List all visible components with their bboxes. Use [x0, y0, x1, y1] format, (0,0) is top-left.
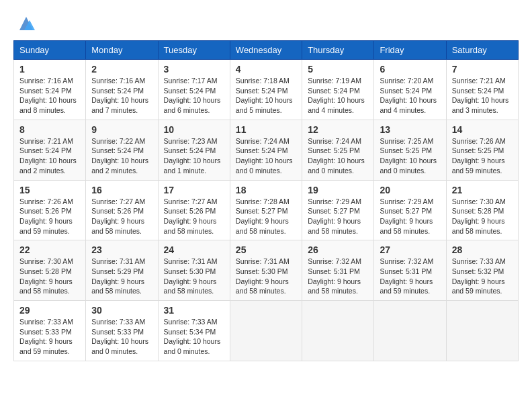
calendar-day-cell: 7 Sunrise: 7:21 AM Sunset: 5:24 PM Dayli…: [446, 60, 518, 120]
calendar-day-cell: [230, 301, 302, 361]
calendar-day-cell: 4 Sunrise: 7:18 AM Sunset: 5:24 PM Dayli…: [230, 60, 302, 120]
calendar-day-cell: 16 Sunrise: 7:27 AM Sunset: 5:26 PM Dayl…: [86, 180, 158, 240]
day-number: 10: [164, 124, 224, 135]
day-info: Sunrise: 7:20 AM Sunset: 5:24 PM Dayligh…: [380, 76, 440, 116]
calendar-day-header: Tuesday: [158, 41, 230, 60]
day-info: Sunrise: 7:33 AM Sunset: 5:34 PM Dayligh…: [164, 317, 224, 357]
day-number: 6: [380, 64, 440, 75]
calendar-day-cell: 8 Sunrise: 7:21 AM Sunset: 5:24 PM Dayli…: [14, 120, 86, 180]
calendar-day-header: Wednesday: [230, 41, 302, 60]
calendar-day-cell: 22 Sunrise: 7:30 AM Sunset: 5:28 PM Dayl…: [14, 240, 86, 301]
day-info: Sunrise: 7:29 AM Sunset: 5:27 PM Dayligh…: [380, 197, 440, 236]
calendar-day-cell: 3 Sunrise: 7:17 AM Sunset: 5:24 PM Dayli…: [158, 60, 230, 120]
calendar-day-cell: 26 Sunrise: 7:32 AM Sunset: 5:31 PM Dayl…: [302, 240, 374, 301]
day-info: Sunrise: 7:30 AM Sunset: 5:28 PM Dayligh…: [19, 257, 80, 296]
day-info: Sunrise: 7:27 AM Sunset: 5:26 PM Dayligh…: [164, 197, 224, 236]
calendar-day-header: Thursday: [302, 41, 374, 60]
calendar-day-header: Monday: [86, 41, 158, 60]
day-info: Sunrise: 7:22 AM Sunset: 5:24 PM Dayligh…: [91, 136, 152, 176]
day-info: Sunrise: 7:19 AM Sunset: 5:24 PM Dayligh…: [308, 76, 368, 116]
day-number: 20: [380, 185, 440, 195]
day-number: 23: [91, 244, 152, 255]
calendar-day-header: Friday: [374, 41, 446, 60]
day-number: 7: [452, 64, 513, 75]
day-info: Sunrise: 7:21 AM Sunset: 5:24 PM Dayligh…: [19, 136, 80, 176]
calendar-week-row: 15 Sunrise: 7:26 AM Sunset: 5:26 PM Dayl…: [14, 180, 519, 240]
day-number: 1: [19, 64, 80, 75]
day-number: 24: [164, 244, 224, 255]
day-info: Sunrise: 7:31 AM Sunset: 5:29 PM Dayligh…: [91, 257, 152, 296]
day-info: Sunrise: 7:25 AM Sunset: 5:25 PM Dayligh…: [380, 136, 440, 176]
calendar-day-cell: 13 Sunrise: 7:25 AM Sunset: 5:25 PM Dayl…: [374, 120, 446, 180]
calendar-day-cell: [446, 301, 518, 361]
calendar-day-cell: 14 Sunrise: 7:26 AM Sunset: 5:25 PM Dayl…: [446, 120, 518, 180]
calendar-day-cell: 21 Sunrise: 7:30 AM Sunset: 5:28 PM Dayl…: [446, 180, 518, 240]
calendar-day-cell: 2 Sunrise: 7:16 AM Sunset: 5:24 PM Dayli…: [86, 60, 158, 120]
calendar-day-cell: 12 Sunrise: 7:24 AM Sunset: 5:25 PM Dayl…: [302, 120, 374, 180]
day-info: Sunrise: 7:27 AM Sunset: 5:26 PM Dayligh…: [91, 197, 152, 236]
day-info: Sunrise: 7:33 AM Sunset: 5:33 PM Dayligh…: [19, 317, 80, 357]
calendar-week-row: 1 Sunrise: 7:16 AM Sunset: 5:24 PM Dayli…: [14, 60, 519, 120]
day-info: Sunrise: 7:30 AM Sunset: 5:28 PM Dayligh…: [452, 197, 513, 236]
calendar-header-row: SundayMondayTuesdayWednesdayThursdayFrid…: [14, 41, 519, 60]
calendar-day-cell: 10 Sunrise: 7:23 AM Sunset: 5:24 PM Dayl…: [158, 120, 230, 180]
day-number: 2: [91, 64, 152, 75]
day-info: Sunrise: 7:26 AM Sunset: 5:26 PM Dayligh…: [19, 197, 80, 236]
day-number: 22: [19, 244, 80, 255]
day-info: Sunrise: 7:21 AM Sunset: 5:24 PM Dayligh…: [452, 76, 513, 116]
day-number: 13: [380, 124, 440, 135]
day-number: 28: [452, 244, 513, 255]
calendar-day-cell: 19 Sunrise: 7:29 AM Sunset: 5:27 PM Dayl…: [302, 180, 374, 240]
calendar-day-cell: [302, 301, 374, 361]
calendar-week-row: 8 Sunrise: 7:21 AM Sunset: 5:24 PM Dayli…: [14, 120, 519, 180]
day-number: 9: [91, 124, 152, 135]
logo-icon: [16, 13, 36, 34]
calendar-day-cell: 24 Sunrise: 7:31 AM Sunset: 5:30 PM Dayl…: [158, 240, 230, 301]
calendar-week-row: 22 Sunrise: 7:30 AM Sunset: 5:28 PM Dayl…: [14, 240, 519, 301]
day-number: 27: [380, 244, 440, 255]
calendar-day-cell: 9 Sunrise: 7:22 AM Sunset: 5:24 PM Dayli…: [86, 120, 158, 180]
day-number: 29: [19, 305, 80, 316]
calendar-day-cell: 27 Sunrise: 7:32 AM Sunset: 5:31 PM Dayl…: [374, 240, 446, 301]
calendar-table: SundayMondayTuesdayWednesdayThursdayFrid…: [13, 40, 519, 361]
calendar-day-cell: 30 Sunrise: 7:33 AM Sunset: 5:33 PM Dayl…: [86, 301, 158, 361]
day-number: 15: [19, 185, 80, 195]
calendar-day-cell: [374, 301, 446, 361]
day-number: 26: [308, 244, 368, 255]
calendar-day-cell: 23 Sunrise: 7:31 AM Sunset: 5:29 PM Dayl…: [86, 240, 158, 301]
day-number: 18: [236, 185, 296, 195]
day-info: Sunrise: 7:24 AM Sunset: 5:25 PM Dayligh…: [308, 136, 368, 176]
day-number: 31: [164, 305, 224, 316]
day-number: 19: [308, 185, 368, 195]
day-number: 30: [91, 305, 152, 316]
calendar-day-cell: 25 Sunrise: 7:31 AM Sunset: 5:30 PM Dayl…: [230, 240, 302, 301]
day-info: Sunrise: 7:33 AM Sunset: 5:32 PM Dayligh…: [452, 257, 513, 296]
calendar-week-row: 29 Sunrise: 7:33 AM Sunset: 5:33 PM Dayl…: [14, 301, 519, 361]
day-number: 12: [308, 124, 368, 135]
day-number: 25: [236, 244, 296, 255]
day-info: Sunrise: 7:18 AM Sunset: 5:24 PM Dayligh…: [236, 76, 296, 116]
day-number: 8: [19, 124, 80, 135]
logo: [13, 13, 36, 34]
calendar-day-cell: 31 Sunrise: 7:33 AM Sunset: 5:34 PM Dayl…: [158, 301, 230, 361]
calendar-day-header: Sunday: [14, 41, 86, 60]
calendar-day-cell: 17 Sunrise: 7:27 AM Sunset: 5:26 PM Dayl…: [158, 180, 230, 240]
calendar-day-cell: 29 Sunrise: 7:33 AM Sunset: 5:33 PM Dayl…: [14, 301, 86, 361]
calendar-day-header: Saturday: [446, 41, 518, 60]
calendar-day-cell: 5 Sunrise: 7:19 AM Sunset: 5:24 PM Dayli…: [302, 60, 374, 120]
page-header: [13, 13, 519, 34]
day-info: Sunrise: 7:33 AM Sunset: 5:33 PM Dayligh…: [91, 317, 152, 357]
calendar-day-cell: 6 Sunrise: 7:20 AM Sunset: 5:24 PM Dayli…: [374, 60, 446, 120]
calendar-day-cell: 20 Sunrise: 7:29 AM Sunset: 5:27 PM Dayl…: [374, 180, 446, 240]
day-info: Sunrise: 7:17 AM Sunset: 5:24 PM Dayligh…: [164, 76, 224, 116]
day-info: Sunrise: 7:28 AM Sunset: 5:27 PM Dayligh…: [236, 197, 296, 236]
day-info: Sunrise: 7:29 AM Sunset: 5:27 PM Dayligh…: [308, 197, 368, 236]
day-number: 11: [236, 124, 296, 135]
day-info: Sunrise: 7:31 AM Sunset: 5:30 PM Dayligh…: [164, 257, 224, 296]
calendar-day-cell: 1 Sunrise: 7:16 AM Sunset: 5:24 PM Dayli…: [14, 60, 86, 120]
day-number: 3: [164, 64, 224, 75]
day-number: 4: [236, 64, 296, 75]
day-info: Sunrise: 7:16 AM Sunset: 5:24 PM Dayligh…: [19, 76, 80, 116]
day-info: Sunrise: 7:23 AM Sunset: 5:24 PM Dayligh…: [164, 136, 224, 176]
day-info: Sunrise: 7:32 AM Sunset: 5:31 PM Dayligh…: [380, 257, 440, 296]
